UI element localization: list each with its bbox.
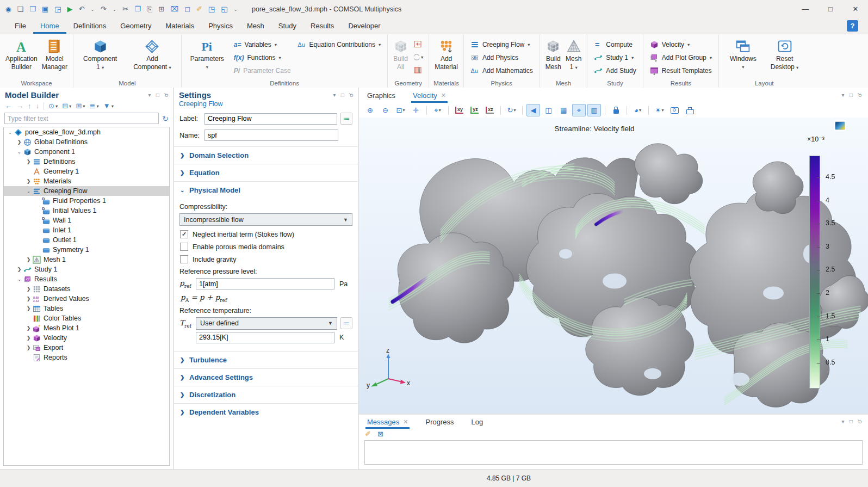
ribbon-tab-home[interactable]: Home [33, 18, 66, 34]
maximize-button[interactable]: □ [818, 0, 843, 18]
panel-float-icon[interactable]: □ [850, 92, 853, 98]
paste-icon[interactable]: ⎘ [147, 5, 152, 14]
expand-toggle-icon[interactable]: ⌄ [15, 149, 23, 155]
highlight-brush-icon[interactable]: ✐ [196, 5, 202, 13]
go-to-view-icon[interactable]: ⌖▾ [431, 104, 444, 116]
find-doc-icon[interactable]: ◳ [208, 5, 215, 13]
ref-pressure-input[interactable] [196, 278, 334, 289]
tree-item-tables[interactable]: ❯Tables [4, 304, 169, 313]
minimize-button[interactable]: — [793, 0, 818, 18]
checkbox-icon[interactable] [180, 243, 188, 251]
ribbon-tab-file[interactable]: File [8, 18, 33, 34]
tree-item-velocity[interactable]: ❯Velocity [4, 333, 169, 343]
zoom-box-icon[interactable]: ⊡▾ [394, 104, 407, 116]
expand-toggle-icon[interactable]: ❯ [24, 345, 33, 350]
add-plot-group-button[interactable]: Add Plot Group▾ [647, 51, 715, 64]
zoom-in-icon[interactable]: ⊕ [363, 104, 377, 116]
build-mesh-button[interactable]: Build Mesh [543, 37, 563, 71]
tree-item-geometry-1[interactable]: Geometry 1 [4, 167, 169, 176]
axis-indicator-toggle-icon[interactable]: ⌖ [572, 104, 586, 116]
filter-icon[interactable]: ▼▾ [103, 102, 114, 110]
color-legend-toggle-icon[interactable]: ▥ [587, 104, 601, 116]
expand-toggle-icon[interactable]: ❯ [24, 286, 33, 292]
panel-pin-icon[interactable]: ⚲ [856, 91, 863, 98]
scene-settings-icon[interactable]: ✴▾ [653, 104, 666, 116]
print-icon[interactable] [683, 104, 697, 116]
node-order-icon[interactable]: ≣▾ [90, 102, 99, 110]
show-toggle-icon[interactable]: ⊙▾ [48, 102, 58, 110]
ref-temperature-select[interactable]: User defined▼ [196, 317, 337, 330]
ribbon-tab-geometry[interactable]: Geometry [113, 18, 158, 34]
tree-item-reports[interactable]: Reports [4, 353, 169, 362]
panel-menu-icon[interactable]: ▾ [148, 92, 151, 98]
search-doc-icon[interactable]: ◱ [221, 5, 227, 13]
checkbox-include-gravity[interactable]: Include gravity [180, 255, 352, 263]
messages-tab-progress[interactable]: Progress [424, 415, 455, 429]
scene-light-toggle-icon[interactable]: ◫ [542, 104, 555, 116]
view-xz-icon[interactable]: xz [483, 104, 497, 116]
application-builder-button[interactable]: Application Builder [3, 37, 40, 71]
expand-toggle-icon[interactable]: ❯ [15, 267, 23, 272]
section-physical-model[interactable]: ⌄Physical Model [174, 181, 358, 199]
move-down-icon[interactable]: ↓ [36, 102, 40, 110]
expand-toggle-icon[interactable]: ⌄ [6, 130, 14, 135]
tree-item-color-tables[interactable]: Color Tables [4, 313, 169, 323]
expand-toggle-icon[interactable]: ❯ [15, 139, 23, 145]
open-file-icon[interactable]: ❒ [29, 5, 36, 13]
run-icon[interactable]: ▶ [67, 5, 72, 13]
tree-item-symmetry-1[interactable]: Symmetry 1 [4, 245, 169, 255]
save-as-icon[interactable]: ◲ [54, 5, 61, 13]
ribbon-tab-developer[interactable]: Developer [341, 18, 387, 34]
section-turbulence[interactable]: ❯Turbulence [174, 351, 358, 368]
graphics-canvas[interactable]: Streamline: Velocity field [359, 118, 868, 414]
ribbon-tab-physics[interactable]: Physics [201, 18, 240, 34]
save-icon[interactable]: ▣ [42, 5, 48, 13]
parameter-case-button[interactable]: PiParameter Case [231, 64, 294, 77]
color-palette-icon[interactable]: ◕▾ [631, 104, 644, 116]
select-list-icon[interactable]: ≔ [340, 317, 352, 329]
tree-item-component-1[interactable]: ⌄Component 1 [4, 147, 169, 157]
delete-icon[interactable]: ⌧ [170, 5, 178, 13]
nav-back-icon[interactable]: ← [5, 102, 12, 110]
functions-button[interactable]: f(x)Functions▾ [231, 51, 294, 64]
temperature-input[interactable] [196, 332, 334, 343]
panel-pin-icon[interactable]: ⚲ [348, 91, 355, 98]
section-domain-selection[interactable]: ❯Domain Selection [174, 146, 358, 164]
cut-icon[interactable]: ✂ [122, 5, 128, 13]
creeping-flow-dropdown[interactable]: Creeping Flow▾ [467, 38, 536, 51]
ribbon-tab-definitions[interactable]: Definitions [66, 18, 114, 34]
section-dependent-variables[interactable]: ❯Dependent Variables [174, 403, 358, 421]
caret-icon[interactable]: ⌄ [90, 7, 95, 12]
ribbon-tab-mesh[interactable]: Mesh [240, 18, 271, 34]
section-discretization[interactable]: ❯Discretization [174, 386, 358, 403]
nav-forward-icon[interactable]: → [16, 102, 23, 110]
tree-item-definitions[interactable]: ❯Definitions [4, 157, 169, 167]
zoom-extents-icon[interactable]: ✛ [409, 104, 423, 116]
close-tab-icon[interactable]: ✕ [441, 92, 446, 99]
compressibility-select[interactable]: Incompressible flow▼ [179, 213, 352, 226]
panel-pin-icon[interactable]: ⚲ [856, 418, 863, 425]
checkbox-icon[interactable] [180, 255, 188, 263]
snapshot-icon[interactable] [668, 104, 681, 116]
close-tab-icon[interactable]: ✕ [403, 418, 408, 426]
panel-menu-icon[interactable]: ▾ [842, 92, 845, 98]
tree-item-wall-1[interactable]: Wall 1 [4, 215, 169, 225]
caret-icon[interactable]: ⌄ [113, 7, 117, 12]
build-all-button[interactable]: Build All [391, 37, 410, 71]
add-mathematics-button[interactable]: Add Mathematics [467, 64, 536, 77]
view-xy-icon[interactable]: xy [452, 104, 466, 116]
component-1-button[interactable]: Component 1 ▾ [81, 37, 119, 72]
help-button[interactable]: ? [847, 20, 858, 32]
panel-float-icon[interactable]: □ [341, 92, 344, 98]
tree-item-derived-values[interactable]: ❯Derived Values [4, 294, 169, 304]
checkbox-neglect-inertial-term-stokes-flow[interactable]: ✓Neglect inertial term (Stokes flow) [180, 230, 352, 238]
select-frame-icon[interactable]: ◻ [184, 5, 190, 13]
panel-float-icon[interactable]: □ [156, 92, 159, 98]
refresh-icon[interactable]: ↻ [162, 114, 169, 123]
compute-button[interactable]: Compute [591, 38, 639, 51]
reset-desktop-button[interactable]: Reset Desktop ▾ [768, 37, 801, 72]
model-manager-button[interactable]: Model Manager [40, 37, 70, 71]
ribbon-tab-results[interactable]: Results [303, 18, 341, 34]
projection-toggle-icon[interactable]: ◀ [526, 104, 540, 116]
tree-item-datasets[interactable]: ❯Datasets [4, 284, 169, 294]
